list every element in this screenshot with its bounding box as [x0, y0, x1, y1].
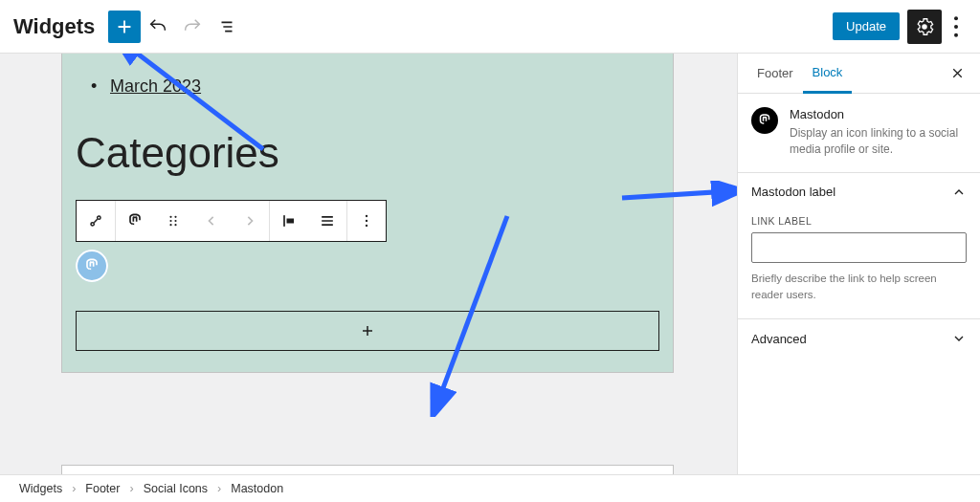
svg-rect-12 [287, 219, 295, 224]
block-toolbar [76, 200, 387, 242]
svg-point-13 [366, 215, 368, 217]
block-more-button[interactable] [347, 201, 386, 241]
add-block-button[interactable] [108, 11, 141, 43]
chevron-right-icon: › [123, 482, 139, 495]
top-toolbar: Widgets Update [0, 0, 980, 54]
panel-toggle-label[interactable]: Mastodon label [738, 173, 980, 211]
panel-toggle-advanced[interactable]: Advanced [738, 319, 980, 358]
svg-point-8 [174, 220, 176, 222]
mastodon-social-icon[interactable] [76, 250, 108, 282]
footer-widget-area[interactable]: March 2023 Categories [61, 54, 674, 373]
move-left-button[interactable] [192, 201, 231, 241]
link-label-input[interactable] [751, 232, 967, 263]
settings-sidebar: Footer Block Mastodon Display an icon li… [737, 54, 980, 474]
svg-point-0 [954, 16, 958, 20]
svg-point-14 [366, 220, 368, 222]
mastodon-block-button[interactable] [116, 201, 154, 241]
settings-button[interactable] [907, 10, 942, 44]
chevron-right-icon: › [66, 482, 81, 495]
parent-block-button[interactable] [77, 201, 115, 241]
breadcrumb: Widgets › Footer › Social Icons › Mastod… [0, 474, 980, 502]
more-options-button[interactable] [942, 10, 970, 44]
svg-point-1 [954, 25, 958, 29]
archive-link[interactable]: March 2023 [110, 76, 673, 97]
svg-point-6 [174, 216, 176, 218]
block-card-title: Mastodon [790, 107, 967, 121]
categories-heading[interactable]: Categories [76, 129, 673, 177]
svg-point-10 [174, 224, 176, 226]
crumb-widgets[interactable]: Widgets [15, 482, 66, 495]
tab-block[interactable]: Block [803, 54, 853, 94]
justify-button[interactable] [308, 201, 346, 241]
undo-button[interactable] [141, 10, 175, 44]
close-sidebar-button[interactable] [944, 60, 970, 87]
crumb-footer[interactable]: Footer [81, 482, 123, 495]
update-button[interactable]: Update [833, 12, 900, 40]
mastodon-label-panel: Mastodon label Link Label Briefly descri… [738, 172, 980, 319]
svg-point-4 [91, 223, 94, 226]
page-title: Widgets [13, 14, 95, 39]
svg-point-7 [169, 220, 171, 222]
svg-rect-11 [283, 215, 285, 227]
svg-point-2 [954, 33, 958, 36]
panel-title: Advanced [751, 332, 807, 346]
crumb-social-icons[interactable]: Social Icons [140, 482, 212, 495]
tab-footer[interactable]: Footer [747, 54, 803, 94]
inactive-widgets-panel[interactable]: Inactive widgets [61, 465, 674, 474]
svg-point-9 [169, 224, 171, 226]
advanced-panel: Advanced [738, 318, 980, 358]
chevron-up-icon [951, 185, 967, 200]
drag-handle[interactable] [154, 201, 192, 241]
block-appender[interactable] [76, 311, 659, 351]
svg-point-3 [98, 216, 100, 219]
align-button[interactable] [270, 201, 308, 241]
chevron-down-icon [951, 331, 967, 346]
mastodon-icon [751, 107, 778, 134]
chevron-right-icon: › [212, 482, 227, 495]
list-view-button[interactable] [210, 10, 244, 44]
crumb-mastodon[interactable]: Mastodon [227, 482, 287, 495]
block-card-description: Display an icon linking to a social medi… [790, 125, 967, 159]
block-card: Mastodon Display an icon linking to a so… [738, 94, 980, 172]
panel-title: Mastodon label [751, 185, 835, 199]
editor-canvas: March 2023 Categories [0, 54, 737, 474]
move-right-button[interactable] [231, 201, 269, 241]
redo-button[interactable] [175, 10, 210, 44]
svg-point-5 [169, 216, 171, 218]
link-label-field-label: Link Label [751, 215, 967, 227]
field-help-text: Briefly describe the link to help screen… [751, 271, 967, 304]
svg-point-15 [366, 225, 368, 227]
